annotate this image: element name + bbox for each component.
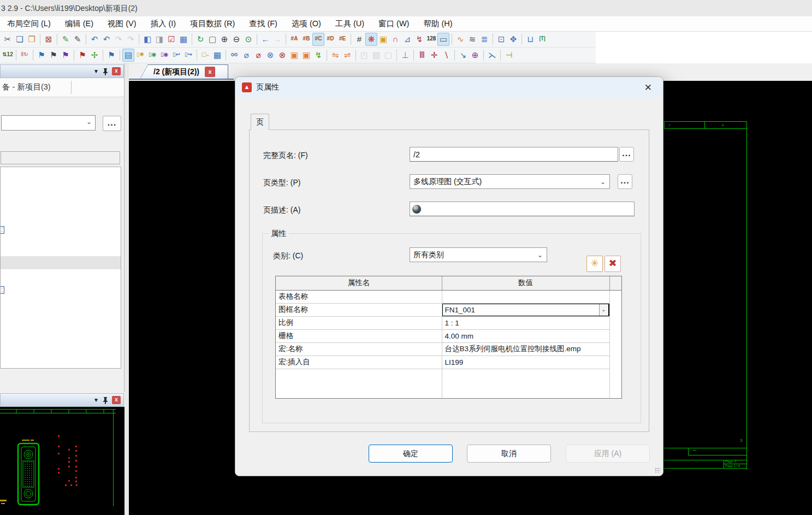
wave-signal-icon[interactable]: ≋ <box>466 33 478 46</box>
navigator-filter-combobox[interactable]: ⌄ <box>1 115 96 131</box>
grid-b-icon[interactable]: #B <box>300 33 312 46</box>
panel-pin-icon[interactable] <box>102 68 109 75</box>
property-value-cell[interactable]: FN1_001⌄ <box>442 303 609 316</box>
panel-menu-chevron-icon[interactable]: ▼ <box>93 68 99 74</box>
table-schedule-icon[interactable]: ▦ <box>211 49 223 62</box>
stamp-tool-icon[interactable]: ⊥ <box>399 49 411 62</box>
page-tree-item[interactable] <box>0 286 4 294</box>
grid-display-icon[interactable]: # <box>353 33 365 46</box>
property-name-cell[interactable]: 宏:插入自 <box>276 356 442 369</box>
document-tab[interactable]: /2 (新项目(2)) x <box>140 64 228 79</box>
full-page-name-browse-button[interactable]: ... <box>619 147 634 162</box>
property-value-cell[interactable]: 台达B3系列伺服电机位置控制接线图.emp <box>442 342 609 356</box>
chevron-down-icon[interactable]: ⌄ <box>599 304 608 316</box>
copy-icon[interactable]: ❏ <box>14 33 26 46</box>
property-value-cell[interactable]: 4.00 mm <box>442 329 609 342</box>
flag-stop-icon[interactable]: ⚑ <box>76 49 88 62</box>
ruler-icon[interactable]: ▭ <box>437 33 449 46</box>
dialog-resize-grip[interactable] <box>655 467 660 473</box>
coil-symbols-icon[interactable]: oo <box>228 49 240 62</box>
flag-delete-icon[interactable]: ⚑ <box>105 49 117 62</box>
property-value-cell[interactable] <box>442 290 609 303</box>
zoom-in-icon[interactable]: ⊕ <box>218 33 230 46</box>
snap-grid-icon[interactable]: ❋ <box>365 33 377 46</box>
page-type-combobox[interactable]: 多线原理图 (交互式) ⌄ <box>410 174 610 189</box>
text-frame-icon[interactable]: |T| <box>536 33 548 46</box>
page-preview-drawing[interactable] <box>0 407 125 515</box>
menu-item-tools[interactable]: 工具 (U) <box>328 16 371 31</box>
interrupt-source-icon[interactable]: ⇋ <box>329 49 341 62</box>
panel-menu-chevron-icon[interactable]: ▼ <box>93 397 99 403</box>
document-tab-label[interactable]: /2 (新项目(2)) <box>153 67 199 77</box>
wave-analog-icon[interactable]: ∿ <box>454 33 466 46</box>
dialog-title-bar[interactable]: ▲ 页属性 ✕ <box>235 77 663 98</box>
panel-close-icon[interactable]: x <box>112 396 121 404</box>
page-open-icon[interactable]: ▯◉ <box>146 49 158 62</box>
ok-button[interactable]: 确定 <box>369 445 453 463</box>
property-name-cell[interactable]: 表格名称 <box>276 290 442 303</box>
zoom-out-icon[interactable]: ⊖ <box>230 33 242 46</box>
category-combobox[interactable]: 所有类别 ⌄ <box>410 247 547 262</box>
page-import-icon[interactable]: ▯↩ <box>170 49 182 62</box>
format-brush-icon[interactable]: ✎ <box>60 33 72 46</box>
panel-pin-icon[interactable] <box>102 396 109 404</box>
undo-icon[interactable]: ↶ <box>88 33 100 46</box>
zoom-100-icon[interactable]: ⊙ <box>242 33 254 46</box>
grid-d-icon[interactable]: #D <box>324 33 336 46</box>
page-close-icon[interactable]: ▯◉ <box>158 49 170 62</box>
line-end-icon[interactable]: ⊣ <box>503 49 515 62</box>
window-split-icon[interactable]: ◧ <box>141 33 153 46</box>
wave-grid-icon[interactable]: ≣ <box>478 33 490 46</box>
page-properties-icon[interactable]: ▤ <box>122 49 134 62</box>
dialog-close-icon[interactable]: ✕ <box>640 81 656 94</box>
terminal-strip-icon[interactable]: ⊗ <box>276 49 288 62</box>
grid-c-icon[interactable]: #C <box>312 33 324 46</box>
junction-icon[interactable]: ✛ <box>428 49 440 62</box>
cut-icon[interactable]: ✂ <box>2 33 14 46</box>
busbar-icon[interactable]: Ⅲ <box>416 49 428 62</box>
zoom-window-icon[interactable]: ▢ <box>206 33 218 46</box>
page-tree-item[interactable] <box>0 226 4 234</box>
format-brush-alt-icon[interactable]: ✎ <box>72 33 84 46</box>
navigator-filter-browse-button[interactable]: ... <box>103 116 121 131</box>
pipe-refresh-icon[interactable]: ‖↻ <box>19 49 31 62</box>
target-point-icon[interactable]: ⊕ <box>469 49 481 62</box>
full-page-name-input[interactable] <box>410 147 618 162</box>
panel-splitter[interactable] <box>125 63 129 515</box>
menu-item-project-data[interactable]: 项目数据 (R) <box>183 16 242 31</box>
column-header-value[interactable]: 数值 <box>442 276 609 290</box>
menu-item-options[interactable]: 选项 (O) <box>285 16 328 31</box>
property-value-cell[interactable]: LI199 <box>442 356 609 369</box>
arrow-route-icon[interactable]: ↘ <box>457 49 469 62</box>
column-header-property-name[interactable]: 属性名 <box>276 276 442 290</box>
pin-node-icon[interactable]: ⊡ <box>495 33 507 46</box>
grid-table-icon[interactable]: ▦ <box>177 33 189 46</box>
document-tab-close-icon[interactable]: x <box>205 67 215 77</box>
property-name-cell[interactable]: 比例 <box>276 316 442 329</box>
logic-branch-icon[interactable]: ↯ <box>413 33 425 46</box>
interrupt-target-icon[interactable]: ⇌ <box>341 49 353 62</box>
menu-item-edit[interactable]: 编辑 (E) <box>58 16 100 31</box>
page-type-browse-button[interactable]: ... <box>618 174 632 189</box>
potential-define-icon[interactable]: ↯ <box>312 49 324 62</box>
add-property-button[interactable]: ✳ <box>586 256 603 272</box>
sort-numbered-icon[interactable]: ⇅12 <box>2 49 14 62</box>
terminal-define-icon[interactable]: ⌀ <box>240 49 252 62</box>
frame-name-edit-combobox[interactable]: FN1_001⌄ <box>442 303 609 316</box>
node-jump-icon[interactable]: ✢ <box>88 49 100 62</box>
panel-close-icon[interactable]: x <box>112 67 121 75</box>
expand-nodes-icon[interactable]: ✥ <box>507 33 519 46</box>
dialog-tab-page[interactable]: 页 <box>251 114 269 130</box>
menu-item-insert[interactable]: 插入 (I) <box>143 16 183 31</box>
menu-item-help[interactable]: 帮助 (H) <box>416 16 459 31</box>
property-name-cell[interactable]: 图框名称 <box>276 303 442 316</box>
navigator-tab-label[interactable]: 备 - 新项目(3) <box>2 82 51 92</box>
property-value-cell[interactable]: 1 : 1 <box>442 316 609 329</box>
design-area-icon[interactable]: ▣ <box>377 33 389 46</box>
terminal-edit-icon[interactable]: ⊗ <box>264 49 276 62</box>
paste-icon[interactable]: ❐ <box>26 33 38 46</box>
window-preview-icon[interactable]: ◨ <box>153 33 165 46</box>
menu-item-window[interactable]: 窗口 (W) <box>371 16 416 31</box>
menu-item-layout-space[interactable]: 布局空间 (L) <box>0 16 58 31</box>
terminal-sort-icon[interactable]: ⌀ <box>252 49 264 62</box>
